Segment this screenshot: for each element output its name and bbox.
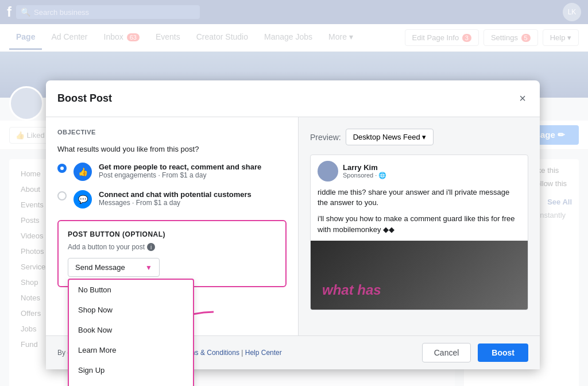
sign-up-label: Sign Up bbox=[78, 366, 105, 375]
dropdown-item-sign-up[interactable]: Sign Up bbox=[69, 360, 193, 380]
preview-card-header: Larry Kim Sponsored · 🌐 bbox=[311, 155, 528, 187]
preview-feed-selector[interactable]: Desktop News Feed ▾ bbox=[346, 129, 434, 145]
preview-image-overlay-text: what has bbox=[322, 282, 381, 298]
preview-card: Larry Kim Sponsored · 🌐 riddle me this? … bbox=[310, 155, 528, 310]
modal-body: OBJECTIVE What results would you like fr… bbox=[46, 117, 540, 335]
preview-post-image: what has bbox=[311, 241, 528, 310]
modal-title: Boost Post bbox=[57, 92, 112, 105]
option-sub-messages: Messages · From $1 a day bbox=[99, 199, 252, 207]
option-title-engagements: Get more people to react, comment and sh… bbox=[99, 163, 261, 171]
engagement-icon: 👍 bbox=[74, 163, 92, 181]
dropdown-item-book-now[interactable]: Book Now bbox=[69, 320, 193, 340]
preview-label: Preview: bbox=[310, 133, 341, 142]
post-button-section: POST BUTTON (Optional) Add a button to y… bbox=[57, 220, 287, 287]
dropdown-arrow-icon: ▼ bbox=[145, 264, 152, 272]
post-button-dropdown[interactable]: Send Message ▼ bbox=[68, 258, 160, 277]
preview-post-meta: Sponsored · 🌐 bbox=[343, 172, 386, 179]
dropdown-item-learn-more[interactable]: Learn More bbox=[69, 340, 193, 360]
modal-left-panel: OBJECTIVE What results would you like fr… bbox=[46, 117, 299, 335]
boost-button[interactable]: Boost bbox=[478, 343, 528, 362]
no-button-label: No Button bbox=[78, 285, 111, 294]
cancel-button[interactable]: Cancel bbox=[422, 343, 471, 362]
objective-option-engagements[interactable]: 👍 Get more people to react, comment and … bbox=[57, 163, 287, 181]
modal-right-panel: Preview: Desktop News Feed ▾ Larry Kim S… bbox=[299, 117, 540, 335]
preview-post-text2: i'll show you how to make a comment guar… bbox=[311, 214, 528, 240]
preview-feed-option: Desktop News Feed ▾ bbox=[353, 133, 427, 141]
dropdown-item-no-button[interactable]: No Button bbox=[69, 280, 193, 300]
message-icon: 💬 bbox=[74, 190, 92, 209]
radio-messages bbox=[57, 191, 67, 200]
option-text-engagements: Get more people to react, comment and sh… bbox=[99, 163, 261, 179]
dropdown-item-shop-now[interactable]: Shop Now bbox=[69, 300, 193, 320]
preview-post-text1: riddle me this? share your answer and i'… bbox=[311, 187, 528, 214]
preview-header: Preview: Desktop News Feed ▾ bbox=[310, 129, 528, 145]
hint-text: Add a button to your post bbox=[68, 243, 145, 251]
close-modal-button[interactable]: × bbox=[517, 90, 528, 107]
dropdown-item-get-directions[interactable]: Get Directions bbox=[69, 380, 193, 386]
preview-author-avatar bbox=[318, 161, 338, 182]
shop-now-label: Shop Now bbox=[78, 306, 113, 314]
info-icon: i bbox=[147, 243, 155, 251]
radio-engagements bbox=[57, 164, 67, 173]
objective-question: What results would you like from this po… bbox=[57, 145, 287, 153]
boost-post-modal: Boost Post × OBJECTIVE What results woul… bbox=[46, 80, 540, 369]
modal-header: Boost Post × bbox=[46, 80, 540, 117]
post-button-dropdown-menu: No Button Shop Now Book Now Learn More S… bbox=[68, 279, 194, 386]
add-button-hint: Add a button to your post i bbox=[68, 243, 276, 251]
selected-option-label: Send Message bbox=[75, 263, 125, 272]
option-title-messages: Connect and chat with potential customer… bbox=[99, 190, 252, 199]
help-center-link[interactable]: Help Center bbox=[245, 349, 282, 357]
option-text-messages: Connect and chat with potential customer… bbox=[99, 190, 252, 207]
post-button-label: POST BUTTON (Optional) bbox=[68, 230, 276, 238]
objective-option-messages[interactable]: 💬 Connect and chat with potential custom… bbox=[57, 190, 287, 209]
preview-author-info: Larry Kim Sponsored · 🌐 bbox=[343, 163, 386, 179]
preview-author-name: Larry Kim bbox=[343, 163, 386, 172]
learn-more-label: Learn More bbox=[78, 346, 116, 354]
book-now-label: Book Now bbox=[78, 326, 112, 334]
objective-label: OBJECTIVE bbox=[57, 129, 287, 136]
option-sub-engagements: Post engagements · From $1 a day bbox=[99, 171, 261, 179]
